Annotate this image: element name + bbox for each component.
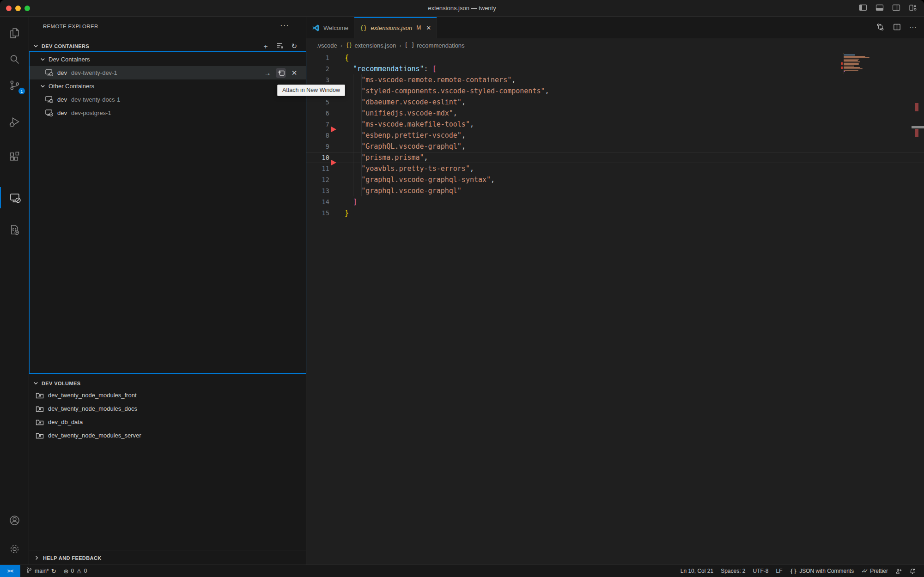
line-number[interactable]: 10 <box>306 154 329 161</box>
minimap-marker <box>841 67 843 69</box>
remote-indicator[interactable]: >< <box>0 565 20 577</box>
code-text: "graphql.vscode-graphql" <box>345 187 462 195</box>
line-number[interactable]: 2 <box>306 65 329 73</box>
notifications-bell-icon[interactable] <box>906 565 919 577</box>
customize-layout-icon[interactable] <box>908 3 918 14</box>
container-row[interactable]: devdev-postgres-1 <box>30 106 306 120</box>
section-help-and-feedback[interactable]: HELP AND FEEDBACK <box>29 551 306 565</box>
accounts-icon[interactable] <box>0 510 29 531</box>
line-number[interactable]: 9 <box>306 143 329 150</box>
gutter-marker-icon[interactable] <box>331 127 336 132</box>
code-line[interactable]: 1{ <box>306 52 924 63</box>
refresh-icon[interactable]: ↻ <box>290 42 298 51</box>
code-text: "esbenp.prettier-vscode", <box>345 131 466 140</box>
breadcrumb-symbol[interactable]: recommendations <box>417 42 464 49</box>
tab-extensions-json[interactable]: {} extensions.json M ✕ <box>354 17 437 38</box>
section-dev-volumes[interactable]: DEV VOLUMES <box>29 378 306 389</box>
container-row[interactable]: devdev-twenty-docs-1 <box>30 93 306 106</box>
cursor-position[interactable]: Ln 10, Col 21 <box>677 565 717 577</box>
code-token: "ms-vscode.makefile-tools" <box>361 120 470 128</box>
toggle-panel-icon[interactable] <box>875 3 884 14</box>
code-line[interactable]: 11 "yoavbls.pretty-ts-errors", <box>306 163 924 174</box>
container-description: dev-postgres-1 <box>71 109 111 116</box>
run-debug-icon[interactable] <box>0 111 29 133</box>
code-line[interactable]: 5 "dbaeumer.vscode-eslint", <box>306 97 924 108</box>
line-number[interactable]: 6 <box>306 109 329 117</box>
breadcrumb-file[interactable]: extensions.json <box>355 42 396 49</box>
code-line[interactable]: 3 "ms-vscode-remote.remote-containers", <box>306 74 924 85</box>
code-line[interactable]: 13 "graphql.vscode-graphql" <box>306 185 924 196</box>
search-icon[interactable] <box>0 49 29 70</box>
toggle-secondary-sidebar-icon[interactable] <box>892 3 901 14</box>
minimap-line <box>844 53 844 54</box>
remote-explorer-icon[interactable] <box>0 187 29 208</box>
line-number[interactable]: 15 <box>306 209 329 217</box>
more-actions-icon[interactable]: ··· <box>909 24 917 32</box>
line-number[interactable]: 8 <box>306 132 329 139</box>
feedback-icon[interactable] <box>892 565 906 577</box>
code-line[interactable]: 2 "recommendations": [ <box>306 63 924 74</box>
code-line[interactable]: 10 "prisma.prisma", <box>306 152 924 163</box>
settings-gear-icon[interactable] <box>0 538 29 559</box>
remove-icon[interactable]: ✕ <box>289 68 299 78</box>
toggle-primary-sidebar-icon[interactable] <box>858 3 868 14</box>
breadcrumb-folder[interactable]: .vscode <box>316 42 337 49</box>
dev-containers-icon[interactable] <box>0 219 29 240</box>
source-control-icon[interactable]: 1 <box>0 74 29 96</box>
formatter-status[interactable]: ✓✓ Prettier <box>857 565 892 577</box>
section-label: HELP AND FEEDBACK <box>43 555 102 561</box>
code-area[interactable]: 1{2 "recommendations": [3 "ms-vscode-rem… <box>306 52 924 565</box>
line-number[interactable]: 5 <box>306 98 329 106</box>
tree-group-row[interactable]: Other Containers <box>30 79 306 93</box>
tab-welcome[interactable]: Welcome <box>306 17 354 38</box>
explorer-icon[interactable] <box>0 22 29 43</box>
minimap[interactable] <box>844 53 876 74</box>
gutter-marker-icon[interactable] <box>331 160 336 165</box>
warning-icon: ⚠ <box>76 568 82 575</box>
line-number[interactable]: 12 <box>306 176 329 183</box>
git-branch-status[interactable]: main* ↻ <box>20 565 60 577</box>
code-line[interactable]: 9 "GraphQL.vscode-graphql", <box>306 141 924 152</box>
open-changes-icon[interactable] <box>876 23 885 33</box>
eol-status[interactable]: LF <box>772 565 786 577</box>
volume-row[interactable]: dev_twenty_node_modules_front <box>29 389 306 402</box>
container-row[interactable]: devdev-twenty-dev-1→✕ <box>30 66 306 79</box>
line-number[interactable]: 13 <box>306 187 329 194</box>
chevron-right-icon <box>34 555 40 561</box>
volume-row[interactable]: dev_twenty_node_modules_server <box>29 429 306 442</box>
line-number[interactable]: 1 <box>306 54 329 61</box>
tree-group-row[interactable]: Dev Containers <box>30 53 306 66</box>
code-text: "yoavbls.pretty-ts-errors", <box>345 164 474 173</box>
code-line[interactable]: 15} <box>306 207 924 219</box>
line-number[interactable]: 14 <box>306 198 329 206</box>
code-token: "prisma.prisma" <box>361 153 424 162</box>
volume-row[interactable]: dev_db_data <box>29 415 306 429</box>
clear-list-icon[interactable] <box>276 42 284 51</box>
code-line[interactable]: 6 "unifiedjs.vscode-mdx", <box>306 108 924 119</box>
line-number[interactable]: 7 <box>306 121 329 128</box>
warning-count: 0 <box>84 568 87 574</box>
encoding-status[interactable]: UTF-8 <box>749 565 772 577</box>
problems-status[interactable]: ⊗ 0 ⚠ 0 <box>60 565 91 577</box>
code-line[interactable]: 12 "graphql.vscode-graphql-syntax", <box>306 174 924 185</box>
extensions-icon[interactable] <box>0 146 29 167</box>
attach-new-window-icon[interactable] <box>276 68 286 78</box>
add-container-icon[interactable]: ＋ <box>261 42 270 51</box>
code-token: } <box>345 209 349 217</box>
section-dev-containers[interactable]: DEV CONTAINERS ＋ ↻ <box>29 41 306 51</box>
container-label: dev <box>57 96 67 103</box>
language-mode[interactable]: {} JSON with Comments <box>786 565 858 577</box>
code-line[interactable]: 14 ] <box>306 196 924 207</box>
indentation-status[interactable]: Spaces: 2 <box>717 565 749 577</box>
code-line[interactable]: 8 "esbenp.prettier-vscode", <box>306 130 924 141</box>
volume-row[interactable]: dev_twenty_node_modules_docs <box>29 402 306 415</box>
line-number[interactable]: 3 <box>306 76 329 84</box>
attach-shell-icon[interactable]: → <box>262 68 273 78</box>
close-tab-icon[interactable]: ✕ <box>426 24 431 31</box>
line-number[interactable]: 11 <box>306 165 329 172</box>
more-actions-icon[interactable]: ··· <box>280 21 289 30</box>
code-line[interactable]: 7 "ms-vscode.makefile-tools", <box>306 119 924 130</box>
split-editor-icon[interactable] <box>893 23 901 33</box>
volume-icon <box>36 405 44 413</box>
code-line[interactable]: 4 "styled-components.vscode-styled-compo… <box>306 85 924 97</box>
